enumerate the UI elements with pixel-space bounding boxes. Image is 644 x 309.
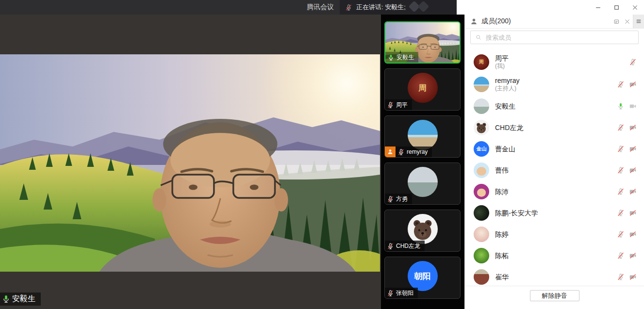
member-panel-header: 成员(200) [465,15,644,29]
participant-avatar [408,214,438,244]
speaker-name: 安毅生 [12,294,35,304]
search-input[interactable] [485,33,634,42]
unmute-button[interactable]: 解除静音 [530,290,579,301]
camera-muted-icon[interactable] [629,188,637,195]
member-row[interactable]: 崔华 [465,266,644,286]
avatar-initials: 金山 [477,146,486,152]
mic-muted-icon [345,4,352,11]
panel-menu-button[interactable] [633,15,644,28]
member-avatar [474,98,489,114]
close-button[interactable] [627,1,642,14]
mic-muted-icon[interactable] [617,209,625,217]
member-text: 曹金山 [495,145,617,153]
thumbnail-name-tag: 张朝阳 [385,288,418,298]
thumbnail-label-bar: 张朝阳 [385,288,418,298]
member-list[interactable]: 周周平(我)remyray(主持人)安毅生CHD左龙金山曹金山曹伟陈沛陈鹏-长安… [465,51,644,286]
camera-muted-icon[interactable] [629,166,637,174]
member-name: 崔华 [495,273,617,281]
bear-avatar-icon [475,122,488,134]
popout-panel-button[interactable] [612,17,621,26]
member-name: 安毅生 [495,102,617,111]
avatar-initials: 周 [479,59,484,65]
mic-muted-icon [387,101,394,109]
member-text: 曹伟 [495,166,617,175]
video-thumbnail[interactable]: 方勇 [384,163,461,205]
maximize-button[interactable] [609,1,624,14]
mic-muted-icon[interactable] [617,124,625,131]
video-thumbnail[interactable]: 周周平 [384,68,461,111]
mic-muted-icon[interactable] [617,252,625,260]
mic-muted-icon[interactable] [617,81,625,88]
camera-muted-icon[interactable] [629,81,637,88]
member-row[interactable]: 陈婷 [465,224,644,245]
participant-name: 安毅生 [396,53,414,62]
member-row[interactable]: 金山曹金山 [465,138,644,160]
video-thumbnail[interactable]: 朝阳张朝阳 [384,257,461,299]
thumbnail-label-bar: CHD左龙 [385,241,425,251]
close-panel-button[interactable] [623,17,631,26]
member-row[interactable]: CHD左龙 [465,117,644,138]
video-thumbnail[interactable]: 安毅生 [384,21,461,64]
member-row[interactable]: 陈沛 [465,181,644,202]
member-search[interactable] [470,31,639,44]
member-text: 周平(我) [495,54,629,70]
mic-on-icon[interactable] [617,102,625,110]
thumbnail-name-tag: 周平 [385,99,412,110]
member-text: 陈沛 [495,188,617,196]
member-status-icons [617,102,637,110]
window-controls [457,0,644,15]
member-avatar: 周 [474,54,489,70]
minimize-button[interactable] [591,1,605,14]
mic-muted-icon[interactable] [629,58,637,66]
member-avatar [474,248,489,263]
mic-on-icon [387,54,395,61]
member-panel-title: 成员(200) [481,17,511,26]
member-name: 陈婷 [495,230,617,239]
member-avatar [474,163,489,178]
members-icon [470,17,478,26]
mic-muted-icon[interactable] [617,166,625,174]
member-status-icons [617,188,637,195]
mic-on-icon [1,294,11,304]
mic-muted-icon[interactable] [617,145,625,153]
camera-muted-icon[interactable] [629,209,637,217]
mic-muted-icon[interactable] [617,188,625,195]
member-role: (我) [495,63,629,70]
virtual-background-video [0,54,380,272]
thumbnail-name-tag: 安毅生 [385,52,418,63]
video-thumbnail[interactable]: remyray [384,115,461,158]
member-avatar [474,205,489,221]
mic-muted-icon [397,148,405,156]
member-row[interactable]: 陈鹏-长安大学 [465,202,644,224]
member-avatar: 金山 [474,141,489,157]
member-name: 曹金山 [495,145,617,153]
mic-muted-icon [387,243,394,250]
thumbnail-name-tag: 方勇 [385,194,412,204]
member-status-icons [617,81,637,88]
member-avatar [474,269,489,285]
participant-avatar [408,120,438,150]
person-icon [387,148,394,155]
camera-muted-icon[interactable] [629,145,637,153]
thumbnail-name-tag: CHD左龙 [385,241,425,251]
thumbnail-label-bar: 周平 [385,99,412,110]
thumbnail-strip: 安毅生周周平remyray方勇CHD左龙朝阳张朝阳 [381,15,464,309]
main-video[interactable]: 安毅生 [0,15,381,309]
video-thumbnail[interactable]: CHD左龙 [384,210,461,252]
mic-muted-icon[interactable] [617,230,625,238]
mic-muted-icon[interactable] [617,273,625,281]
member-panel-footer: 解除静音 [465,286,644,309]
member-row[interactable]: 安毅生 [465,96,644,117]
member-row[interactable]: 陈柘 [465,245,644,266]
camera-muted-icon[interactable] [629,273,637,281]
camera-on-icon[interactable] [629,102,637,110]
camera-muted-icon[interactable] [629,252,637,260]
camera-muted-icon[interactable] [629,230,637,238]
titlebar[interactable]: 腾讯会议 正在讲话: 安毅生; [0,0,457,15]
host-badge [385,146,396,157]
mic-muted-icon [387,195,394,203]
member-row[interactable]: 周周平(我) [465,51,644,73]
member-row[interactable]: 曹伟 [465,160,644,181]
member-row[interactable]: remyray(主持人) [465,73,644,96]
camera-muted-icon[interactable] [629,124,637,131]
